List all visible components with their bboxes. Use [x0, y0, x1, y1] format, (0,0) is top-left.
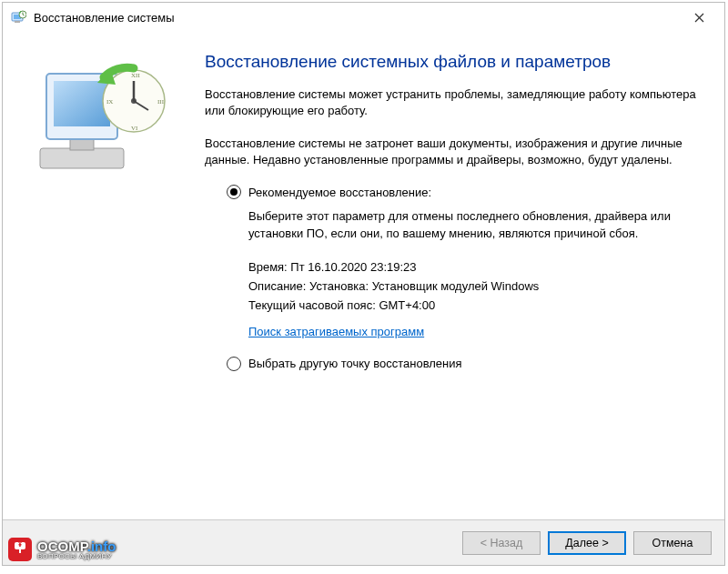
left-panel: XII III VI IX	[17, 39, 199, 519]
svg-text:VI: VI	[131, 125, 138, 132]
svg-text:IX: IX	[106, 98, 113, 106]
watermark-badge-icon	[8, 538, 32, 561]
system-restore-large-icon: XII III VI IX	[26, 57, 181, 194]
svg-text:XII: XII	[131, 72, 140, 79]
next-button[interactable]: Далее >	[548, 531, 626, 555]
back-button: < Назад	[462, 531, 541, 555]
detail-timezone: Текущий часовой пояс: GMT+4:00	[248, 298, 706, 312]
svg-rect-11	[54, 81, 110, 126]
recommended-description: Выберите этот параметр для отмены послед…	[248, 208, 706, 241]
system-restore-window: Восстановление системы	[2, 2, 725, 566]
svg-rect-7	[40, 148, 124, 168]
page-heading: Восстановление системных файлов и параме…	[205, 50, 706, 74]
radio-icon	[227, 185, 241, 199]
cancel-button[interactable]: Отмена	[633, 531, 712, 555]
intro-paragraph-1: Восстановление системы может устранить п…	[205, 86, 706, 119]
system-restore-icon	[10, 9, 26, 25]
footer-bar: OCOMP.info ВОПРОСЫ АДМИНУ < Назад Далее …	[3, 519, 724, 565]
watermark: OCOMP.info ВОПРОСЫ АДМИНУ	[8, 538, 116, 561]
window-title: Восстановление системы	[34, 11, 681, 25]
radio-recommended[interactable]: Рекомендуемое восстановление:	[227, 185, 706, 199]
detail-time: Время: Пт 16.10.2020 23:19:23	[248, 260, 706, 274]
radio-other-label: Выбрать другую точку восстановления	[248, 357, 462, 370]
affected-programs-link[interactable]: Поиск затрагиваемых программ	[248, 325, 424, 338]
close-button[interactable]	[681, 5, 717, 30]
content-area: XII III VI IX Восстановление системных ф…	[3, 32, 724, 519]
svg-rect-2	[15, 21, 20, 23]
restore-point-details: Время: Пт 16.10.2020 23:19:23 Описание: …	[248, 260, 706, 312]
svg-text:III: III	[157, 98, 165, 106]
titlebar: Восстановление системы	[3, 3, 724, 32]
radio-other[interactable]: Выбрать другую точку восстановления	[227, 357, 706, 371]
svg-rect-24	[19, 543, 21, 547]
radio-icon	[227, 357, 241, 371]
intro-paragraph-2: Восстановление системы не затронет ваши …	[205, 136, 706, 168]
watermark-text: OCOMP.info ВОПРОСЫ АДМИНУ	[37, 539, 116, 560]
options-group: Рекомендуемое восстановление: Выберите э…	[205, 185, 706, 370]
radio-recommended-label: Рекомендуемое восстановление:	[248, 186, 431, 199]
detail-description: Описание: Установка: Установщик модулей …	[248, 279, 706, 293]
right-panel: Восстановление системных файлов и параме…	[199, 39, 706, 519]
